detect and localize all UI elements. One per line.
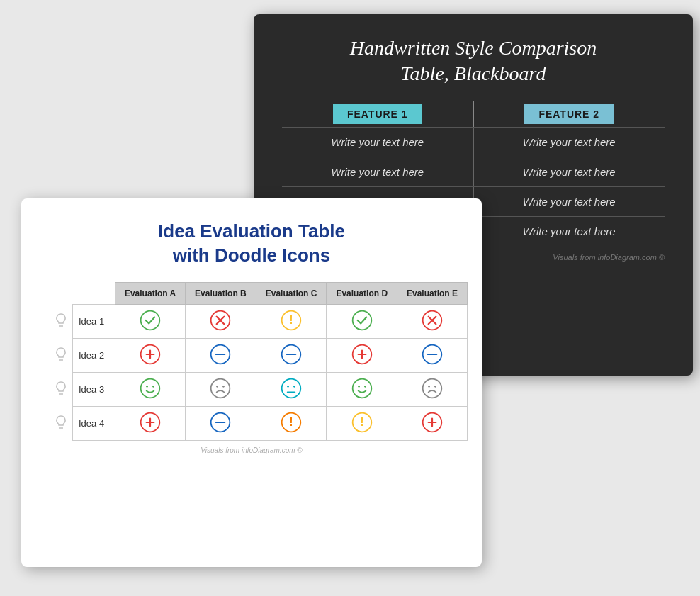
col-header-a: Evaluation A xyxy=(115,282,186,304)
bb-cell-1-2: Write your text here xyxy=(473,128,665,157)
svg-point-39 xyxy=(428,386,430,388)
svg-text:!: ! xyxy=(360,416,363,428)
idea3-eval-e xyxy=(397,372,468,406)
idea1-eval-a xyxy=(115,304,186,338)
bb-cell-1-1: Write your text here xyxy=(282,128,473,157)
idea1-bulb-icon xyxy=(50,304,73,338)
svg-point-37 xyxy=(364,386,366,388)
idea3-eval-d xyxy=(327,372,397,406)
bb-row-1: Write your text here Write your text her… xyxy=(282,127,665,157)
bb-cell-3-2: Write your text here xyxy=(473,187,665,216)
idea2-eval-e xyxy=(397,338,468,372)
bb-cell-2-1: Write your text here xyxy=(282,157,473,186)
idea2-eval-b xyxy=(186,338,256,372)
idea1-eval-b xyxy=(186,304,256,338)
svg-text:!: ! xyxy=(289,416,293,428)
svg-point-28 xyxy=(211,378,230,398)
idea1-eval-d xyxy=(327,304,397,338)
table-row: Idea 4 ! xyxy=(50,406,468,440)
idea3-eval-a xyxy=(115,372,186,406)
svg-point-40 xyxy=(434,386,436,388)
svg-point-38 xyxy=(423,378,442,398)
svg-point-31 xyxy=(282,378,301,398)
table-row: Idea 2 xyxy=(50,338,468,372)
idea2-bulb-icon xyxy=(50,338,73,372)
feature1-label: FEATURE 1 xyxy=(333,104,422,124)
idea1-eval-e xyxy=(397,304,468,338)
col-header-e: Evaluation E xyxy=(397,282,468,304)
idea1-eval-c: ! xyxy=(256,304,327,338)
table-row: Idea 1 ! xyxy=(50,304,468,338)
bb-cell-2-2: Write your text here xyxy=(473,157,665,186)
eval-title: Idea Evaluation Tablewith Doodle Icons xyxy=(43,220,461,268)
col-header-d: Evaluation D xyxy=(327,282,397,304)
idea1-label: Idea 1 xyxy=(73,304,115,338)
bb-cell-4-2: Write your text here xyxy=(473,217,665,246)
idea3-label: Idea 3 xyxy=(73,372,115,406)
idea2-label: Idea 2 xyxy=(73,338,115,372)
svg-point-32 xyxy=(287,386,289,388)
svg-point-1 xyxy=(141,310,160,330)
bb-row-2: Write your text here Write your text her… xyxy=(282,157,665,186)
svg-point-29 xyxy=(217,386,219,388)
idea4-eval-e xyxy=(397,406,468,440)
idea4-eval-c: ! xyxy=(256,406,327,440)
table-row: Idea 3 xyxy=(50,372,468,406)
eval-table: Evaluation A Evaluation B Evaluation C E… xyxy=(50,282,468,441)
blackboard-title: Handwritten Style ComparisonTable, Black… xyxy=(282,35,665,87)
svg-point-25 xyxy=(141,378,160,398)
svg-point-27 xyxy=(152,386,154,388)
idea3-eval-b xyxy=(186,372,256,406)
eval-card: Idea Evaluation Tablewith Doodle Icons E… xyxy=(21,198,482,567)
idea4-eval-a xyxy=(115,406,186,440)
svg-text:!: ! xyxy=(289,314,293,326)
svg-point-36 xyxy=(358,386,360,388)
col-header-c: Evaluation C xyxy=(256,282,327,304)
eval-watermark: Visuals from infoDiagram.com © xyxy=(43,446,461,454)
idea4-label: Idea 4 xyxy=(73,406,115,440)
idea4-eval-b xyxy=(186,406,256,440)
idea2-eval-a xyxy=(115,338,186,372)
feature2-label: FEATURE 2 xyxy=(524,104,614,124)
svg-point-30 xyxy=(223,386,225,388)
svg-point-35 xyxy=(352,378,371,398)
idea3-eval-c xyxy=(256,372,327,406)
svg-point-7 xyxy=(352,310,371,330)
idea4-bulb-icon xyxy=(50,406,73,440)
svg-point-26 xyxy=(146,386,148,388)
idea2-eval-c xyxy=(256,338,327,372)
idea2-eval-d xyxy=(327,338,397,372)
idea4-eval-d: ! xyxy=(327,406,397,440)
svg-point-33 xyxy=(293,386,295,388)
idea3-bulb-icon xyxy=(50,372,73,406)
col-header-b: Evaluation B xyxy=(186,282,256,304)
